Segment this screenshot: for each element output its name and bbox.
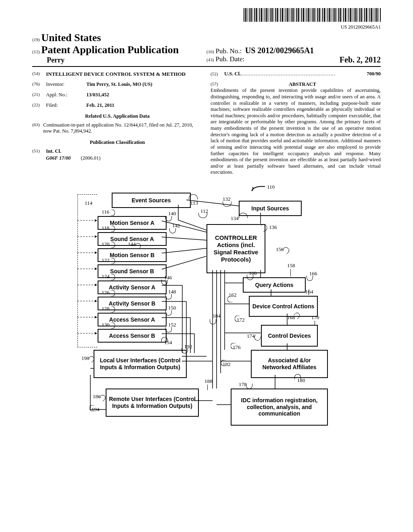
motion-sensor-a-label: Motion Sensor A bbox=[110, 220, 154, 227]
remote-ui-box: Remote User Interfaces (Control Inputs &… bbox=[106, 389, 199, 417]
lead-curve bbox=[221, 360, 226, 366]
lead-curve bbox=[111, 274, 115, 281]
ref-118: 118 bbox=[102, 225, 109, 231]
ref-113: 113 bbox=[190, 200, 198, 206]
ref-174: 174 bbox=[247, 333, 255, 339]
access-sensor-a-label: Access Sensor A bbox=[109, 316, 155, 323]
lead-curve bbox=[165, 294, 172, 299]
invention-title: INTELLIGENT DEVICE CONTROL SYSTEM & METH… bbox=[46, 71, 186, 77]
barcode-area: US 20120029665A1 bbox=[32, 8, 381, 30]
doc-type-line: (12) Patent Application Publication bbox=[32, 44, 200, 56]
activity-sensor-a-label: Activity Sensor A bbox=[109, 284, 155, 291]
ref-136: 136 bbox=[269, 224, 277, 231]
related-title: Related U.S. Application Data bbox=[32, 113, 202, 120]
dashed-arrows bbox=[77, 216, 98, 341]
header-right: (10) Pub. No.: US 2012/0029665A1 (43) Pu… bbox=[206, 46, 381, 64]
code-63: (63) bbox=[32, 122, 43, 135]
query-actions-box: Query Actions bbox=[243, 277, 306, 293]
inventor-value: Tim Perry, St. Louis, MO (US) bbox=[86, 81, 152, 88]
code-21: (21) bbox=[32, 92, 46, 98]
barcode-number: US 20120029665A1 bbox=[32, 24, 381, 30]
intcl-value-row: G06F 17/00 (2006.01) bbox=[32, 155, 202, 162]
dot-leader: ........................................… bbox=[241, 71, 367, 77]
idc-label: IDC information registration, collection… bbox=[234, 397, 325, 417]
filed-label: Filed: bbox=[46, 102, 86, 109]
uscl-label: U.S. Cl. bbox=[224, 71, 241, 77]
inventor-label: Inventor: bbox=[46, 81, 86, 88]
lead-curve bbox=[161, 337, 168, 342]
code-10: (10) bbox=[206, 49, 214, 54]
ref-124: 124 bbox=[102, 273, 110, 280]
code-43: (43) bbox=[206, 57, 214, 62]
ref-134: 134 bbox=[231, 215, 239, 222]
ref-144: 144 bbox=[128, 241, 136, 247]
code-76: (76) bbox=[32, 81, 46, 88]
code-12: (12) bbox=[32, 49, 40, 54]
controller-box: CONTROLLER Actions (incl. Signal Reactiv… bbox=[206, 224, 265, 273]
filed-row: (22) Filed: Feb. 21, 2011 bbox=[32, 102, 202, 109]
ref-178: 178 bbox=[239, 381, 247, 388]
svg-line-14 bbox=[162, 248, 206, 253]
lead-curve bbox=[169, 228, 176, 233]
lead-curve bbox=[189, 194, 198, 200]
lead-curve bbox=[198, 213, 207, 218]
controller-label: CONTROLLER Actions (incl. Signal Reactiv… bbox=[210, 234, 262, 263]
local-ui-box: Local User Interfaces (Control Inputs & … bbox=[94, 350, 187, 378]
lead-curve bbox=[307, 276, 313, 281]
motion-sensor-b-label: Motion Sensor B bbox=[110, 252, 154, 259]
lead-curve bbox=[253, 335, 261, 342]
code-57: (57) bbox=[211, 81, 224, 88]
uscl-row: (52) U.S. Cl. ..........................… bbox=[211, 71, 381, 77]
input-sources-label: Input Sources bbox=[251, 205, 289, 212]
query-actions-label: Query Actions bbox=[255, 282, 293, 289]
code-54: (54) bbox=[32, 71, 46, 77]
intcl-year: (2006.01) bbox=[81, 155, 100, 161]
ref-170: 170 bbox=[311, 314, 319, 321]
lead-curve bbox=[235, 316, 240, 322]
control-devices-label: Control Devices bbox=[268, 332, 311, 339]
lead-curve bbox=[165, 327, 172, 332]
lead-curve bbox=[111, 210, 115, 216]
diagram-wrap: 110 Event Sources 113 132 112 Input Sour… bbox=[32, 184, 381, 454]
filed-value: Feb. 21, 2011 bbox=[86, 102, 114, 109]
header-left: (19) United States (12) Patent Applicati… bbox=[32, 32, 200, 64]
applno-label: Appl. No.: bbox=[46, 92, 86, 98]
pub-no: US 2012/0029665A1 bbox=[245, 46, 314, 55]
lead-curve bbox=[210, 319, 216, 324]
patent-page: US 20120029665A1 (19) United States (12)… bbox=[0, 0, 413, 470]
svg-line-9 bbox=[178, 220, 206, 230]
access-sensor-b-label: Access Sensor B bbox=[109, 332, 155, 339]
diagram: 110 Event Sources 113 132 112 Input Sour… bbox=[69, 184, 344, 454]
activity-sensor-b-label: Activity Sensor B bbox=[109, 300, 156, 307]
lead-curve bbox=[111, 306, 115, 313]
lead-curve bbox=[111, 290, 115, 297]
ref-122: 122 bbox=[102, 257, 110, 264]
code-51: (51) bbox=[32, 148, 46, 155]
svg-line-15 bbox=[162, 256, 206, 269]
ref-126: 126 bbox=[102, 289, 110, 296]
pub-no-label: Pub. No.: bbox=[216, 47, 242, 55]
country-line: (19) United States bbox=[32, 32, 200, 44]
device-control-actions-box: Device Control Actions bbox=[249, 296, 318, 317]
inventor-row: (76) Inventor: Tim Perry, St. Louis, MO … bbox=[32, 81, 202, 88]
applno-value: 13/031,452 bbox=[86, 92, 109, 98]
header: (19) United States (12) Patent Applicati… bbox=[32, 32, 381, 67]
affiliates-box: Associated &/or Networked Affiliates bbox=[251, 350, 328, 378]
lead-curve bbox=[294, 374, 301, 379]
local-ui-label: Local User Interfaces (Control Inputs & … bbox=[97, 357, 184, 371]
country: United States bbox=[41, 32, 101, 44]
input-sources-box: Input Sources bbox=[239, 201, 302, 216]
idc-box: IDC information registration, collection… bbox=[231, 389, 328, 426]
ref-184: 184 bbox=[213, 313, 221, 319]
abstract-title: ABSTRACT bbox=[224, 81, 381, 88]
related-row: (63) Continuation-in-part of application… bbox=[32, 122, 202, 135]
applno-row: (21) Appl. No.: 13/031,452 bbox=[32, 92, 202, 98]
sound-sensor-b-label: Sound Sensor B bbox=[110, 268, 154, 275]
device-control-actions-label: Device Control Actions bbox=[252, 303, 315, 310]
lead-curve bbox=[181, 348, 188, 353]
ref-114: 114 bbox=[85, 200, 92, 206]
remote-ui-label: Remote User Interfaces (Control Inputs &… bbox=[109, 396, 196, 409]
lead-curve bbox=[111, 258, 115, 264]
doc-type: Patent Application Publication bbox=[41, 44, 179, 56]
pub-date-left: (43) Pub. Date: bbox=[206, 55, 244, 64]
